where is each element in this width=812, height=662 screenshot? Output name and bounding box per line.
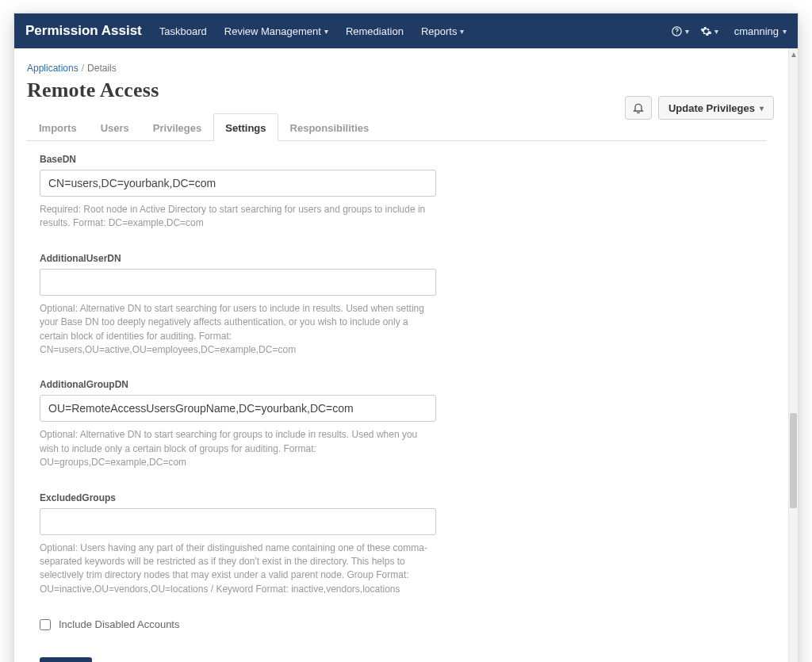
basedn-help: Required: Root node in Active Directory … [40,203,428,231]
additionalgroupdn-input[interactable] [40,395,436,422]
gear-icon [700,25,712,37]
user-menu[interactable]: cmanning▾ [734,25,787,37]
nav-item-label: Review Management [224,25,321,37]
nav-taskboard[interactable]: Taskboard [159,25,207,37]
excludedgroups-group: ExcludedGroups Optional: Users having an… [40,492,483,597]
vertical-scrollbar[interactable]: ▲ [788,48,798,662]
save-button[interactable]: Save [40,657,92,662]
caret-down-icon: ▾ [783,27,787,36]
scroll-up-icon: ▲ [789,48,799,59]
nav-remediation[interactable]: Remediation [346,25,404,37]
caret-down-icon: ▾ [714,27,718,36]
excludedgroups-label: ExcludedGroups [40,492,483,503]
help-icon [671,25,683,37]
basedn-group: BaseDN Required: Root node in Active Dir… [40,154,483,231]
additionaluserdn-group: AdditionalUserDN Optional: Alternative D… [40,253,483,358]
settings-menu[interactable]: ▾ [700,25,718,37]
basedn-label: BaseDN [40,154,483,165]
nav-item-label: Reports [421,25,458,37]
notifications-button[interactable] [625,96,652,120]
top-navbar: Permission Assist Taskboard Review Manag… [14,13,798,48]
nav-item-label: Taskboard [159,25,207,37]
user-name: cmanning [734,25,779,37]
tab-responsibilities[interactable]: Responsibilities [278,113,381,141]
additionalgroupdn-help: Optional: Alternative DN to start search… [40,428,428,469]
nav-review-management[interactable]: Review Management▾ [224,25,328,37]
caret-down-icon: ▾ [324,27,328,36]
tab-settings[interactable]: Settings [213,113,278,141]
update-privileges-label: Update Privileges [668,102,755,114]
basedn-input[interactable] [40,170,436,197]
breadcrumb-applications[interactable]: Applications [27,63,79,74]
tab-users[interactable]: Users [89,113,141,141]
additionaluserdn-input[interactable] [40,269,436,296]
form-footer: Save Archive [40,657,448,662]
additionaluserdn-help: Optional: Alternative DN to start search… [40,302,428,358]
brand-title: Permission Assist [25,23,142,39]
page-actions: Update Privileges ▾ [625,96,774,120]
include-disabled-row: Include Disabled Accounts [40,618,483,630]
update-privileges-button[interactable]: Update Privileges ▾ [658,96,774,120]
additionalgroupdn-group: AdditionalGroupDN Optional: Alternative … [40,379,483,469]
breadcrumb-separator: / [82,63,84,74]
scroll-thumb[interactable] [790,413,797,508]
additionaluserdn-label: AdditionalUserDN [40,253,483,264]
help-menu[interactable]: ▾ [671,25,689,37]
nav-right: ▾ ▾ cmanning▾ [671,25,787,37]
include-disabled-label: Include Disabled Accounts [59,618,179,630]
caret-down-icon: ▾ [460,27,464,36]
breadcrumb: Applications/Details [27,63,766,74]
excludedgroups-input[interactable] [40,508,436,535]
bell-icon [632,101,645,114]
caret-down-icon: ▾ [760,104,764,113]
nav-item-label: Remediation [346,25,404,37]
settings-form: BaseDN Required: Root node in Active Dir… [27,141,483,662]
tab-imports[interactable]: Imports [27,113,89,141]
additionalgroupdn-label: AdditionalGroupDN [40,379,483,390]
tab-privileges[interactable]: Privileges [141,113,213,141]
excludedgroups-help: Optional: Users having any part of their… [40,541,428,597]
nav-links: Taskboard Review Management▾ Remediation… [159,25,465,37]
breadcrumb-details: Details [87,63,117,74]
include-disabled-checkbox[interactable] [40,619,51,630]
svg-point-1 [676,33,677,34]
caret-down-icon: ▾ [685,27,689,36]
nav-reports[interactable]: Reports▾ [421,25,465,37]
